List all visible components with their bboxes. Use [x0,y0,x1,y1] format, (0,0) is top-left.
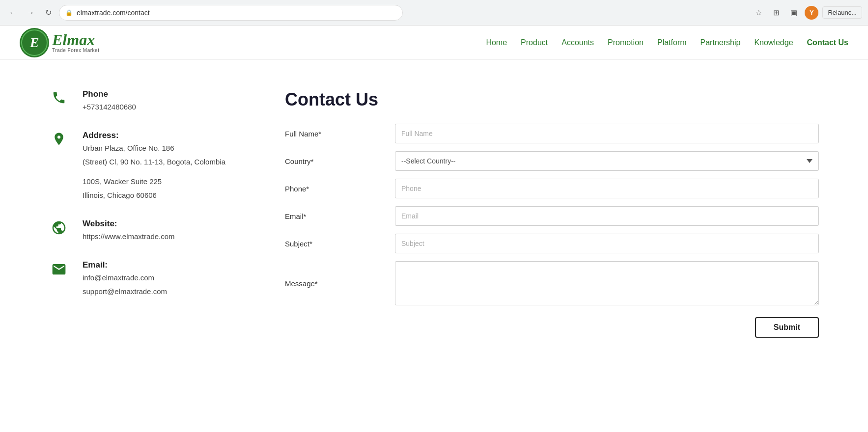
logo-circle: E [20,28,49,57]
submit-row: Submit [285,317,819,338]
website-value: https://www.elmaxtrade.com [83,231,175,243]
email-form-label: Email* [285,212,383,220]
logo-letter: E [21,29,48,56]
navbar: E Elmax Trade Forex Market Home Product … [0,26,868,60]
refresh-button[interactable]: ↻ [41,6,55,20]
phone-text-block: Phone +573142480680 [83,89,136,113]
email-text-block: Email: info@elmaxtrade.com support@elmax… [83,260,167,297]
form-grid: Full Name* Country* --Select Country-- U… [285,124,819,338]
split-button[interactable]: ▣ [787,6,801,20]
lock-icon: 🔒 [65,9,73,16]
nav-promotion[interactable]: Promotion [608,38,644,47]
email-icon [49,260,69,275]
url-text: elmaxtrade.com/contact [77,9,150,17]
country-label: Country* [285,157,383,165]
forward-button[interactable]: → [24,6,37,20]
website-label: Website: [83,219,175,229]
nav-accounts[interactable]: Accounts [561,38,594,47]
location-icon [49,131,69,149]
address-bar[interactable]: 🔒 elmaxtrade.com/contact [59,5,403,21]
email-value1: info@elmaxtrade.com [83,272,167,284]
subject-input[interactable] [395,234,819,253]
website-text-block: Website: https://www.elmaxtrade.com [83,219,175,243]
nav-product[interactable]: Product [521,38,548,47]
logo-brand: Elmax [52,32,99,48]
email-value2: support@elmaxtrade.com [83,286,167,297]
phone-label: Phone [83,89,136,99]
address-line5: Illinois, Chicago 60606 [83,189,225,201]
back-button[interactable]: ← [6,6,20,20]
nav-platform[interactable]: Platform [657,38,687,47]
phone-item: Phone +573142480680 [49,89,246,113]
nav-partnership[interactable]: Partnership [700,38,741,47]
contact-form-section: Contact Us Full Name* Country* --Select … [285,89,819,338]
address-line2: (Street) Cl, 90 No. 11-13, Bogota, Colom… [83,156,225,168]
browser-chrome: ← → ↻ 🔒 elmaxtrade.com/contact ☆ ⊞ ▣ Y R… [0,0,868,26]
submit-button[interactable]: Submit [755,317,819,338]
main-content: Phone +573142480680 Address: Urban Plaza… [0,60,868,367]
relaunch-button[interactable]: Relaunc... [822,6,862,19]
email-item: Email: info@elmaxtrade.com support@elmax… [49,260,246,297]
country-select[interactable]: --Select Country-- United States Colombi… [395,151,819,171]
phone-value: +573142480680 [83,101,136,113]
full-name-input[interactable] [395,124,819,143]
email-input[interactable] [395,206,819,226]
message-label: Message* [285,279,383,288]
page: ◔ WikiFX ◔ WikiFX ◔ WikiFX ◔ WikiFX ◔ Wi… [0,26,868,367]
extension-button[interactable]: ⊞ [769,6,783,20]
bookmark-button[interactable]: ☆ [752,6,765,20]
nav-contact-us[interactable]: Contact Us [807,38,848,47]
browser-right-icons: ☆ ⊞ ▣ Y Relaunc... [752,6,862,20]
logo-tagline: Trade Forex Market [52,48,99,53]
address-text-block: Address: Urban Plaza, Office No. 186 (St… [83,131,225,201]
phone-input[interactable] [395,179,819,198]
address-label: Address: [83,131,225,140]
nav-links: Home Product Accounts Promotion Platform… [486,38,848,47]
logo-link[interactable]: E Elmax Trade Forex Market [20,28,99,57]
subject-label: Subject* [285,240,383,248]
logo-text-area: Elmax Trade Forex Market [52,32,99,53]
profile-button[interactable]: Y [805,6,818,20]
phone-form-label: Phone* [285,185,383,193]
contact-info: Phone +573142480680 Address: Urban Plaza… [49,89,246,338]
globe-icon [49,219,69,236]
address-item: Address: Urban Plaza, Office No. 186 (St… [49,131,246,201]
address-line4: 100S, Wacker Suite 225 [83,176,225,188]
website-item: Website: https://www.elmaxtrade.com [49,219,246,243]
nav-home[interactable]: Home [486,38,507,47]
email-label: Email: [83,260,167,270]
form-title: Contact Us [285,89,819,110]
phone-icon [49,89,69,105]
full-name-label: Full Name* [285,130,383,138]
message-textarea[interactable] [395,261,819,305]
nav-knowledge[interactable]: Knowledge [754,38,793,47]
address-line1: Urban Plaza, Office No. 186 [83,142,225,154]
